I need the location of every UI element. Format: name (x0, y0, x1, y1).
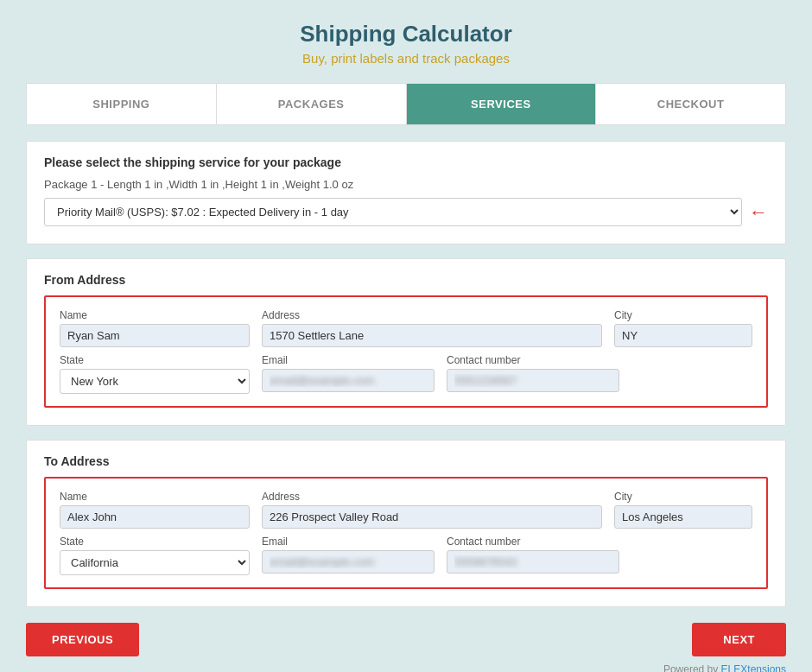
next-button[interactable]: NEXT (692, 623, 786, 656)
to-state-field: State California (60, 536, 250, 575)
to-address-field: Address (262, 491, 602, 529)
to-city-input[interactable] (614, 505, 752, 529)
page-title: Shipping Calculator (26, 21, 786, 48)
from-contact-input[interactable] (447, 369, 619, 392)
from-email-field: Email (262, 354, 435, 394)
from-address-title: From Address (44, 273, 768, 287)
from-address-grid: Name Address City (60, 309, 752, 347)
from-city-input[interactable] (614, 324, 752, 347)
to-second-row: State California Email Contact number (60, 536, 752, 575)
from-email-label: Email (262, 354, 435, 366)
from-email-input[interactable] (262, 369, 435, 392)
from-name-field: Name (60, 309, 250, 347)
powered-by: Powered by ELEXtensions (26, 663, 786, 672)
to-state-select[interactable]: California (60, 550, 250, 575)
package-info: Package 1 - Length 1 in ,Width 1 in ,Hei… (44, 178, 768, 191)
to-name-input[interactable] (60, 505, 250, 529)
service-card: Please select the shipping service for y… (26, 141, 786, 244)
from-address-input[interactable] (262, 324, 602, 347)
from-contact-label: Contact number (447, 354, 619, 366)
from-address-card: From Address Name Address City State (26, 258, 786, 426)
tab-services[interactable]: SERVICES (407, 84, 597, 124)
service-select-row: Priority Mail® (USPS): $7.02 : Expected … (44, 198, 768, 226)
from-address-section: Name Address City State New York (44, 295, 768, 408)
app-wrapper: Shipping Calculator Buy, print labels an… (0, 0, 812, 672)
to-name-field: Name (60, 491, 250, 529)
from-address-label: Address (262, 309, 602, 321)
service-select[interactable]: Priority Mail® (USPS): $7.02 : Expected … (44, 198, 742, 226)
to-city-field: City (614, 491, 752, 529)
from-city-label: City (614, 309, 752, 321)
to-address-title: To Address (44, 454, 768, 468)
tab-packages[interactable]: PACKAGES (217, 84, 407, 124)
tab-shipping[interactable]: SHIPPING (27, 84, 217, 124)
page-subtitle: Buy, print labels and track packages (26, 51, 786, 66)
from-city-field: City (614, 309, 752, 347)
arrow-indicator: ← (749, 201, 768, 224)
previous-button[interactable]: PREVIOUS (26, 623, 139, 656)
tab-checkout[interactable]: CHECKOUT (596, 84, 785, 124)
to-contact-input[interactable] (447, 550, 619, 574)
from-state-field: State New York (60, 354, 250, 394)
to-address-grid: Name Address City (60, 491, 752, 529)
brand-link[interactable]: ELEXtensions (721, 663, 786, 672)
to-email-label: Email (262, 536, 435, 548)
from-address-field: Address (262, 309, 602, 347)
to-email-input[interactable] (262, 550, 435, 574)
tab-bar: SHIPPING PACKAGES SERVICES CHECKOUT (26, 83, 786, 125)
to-name-label: Name (60, 491, 250, 503)
from-state-label: State (60, 354, 250, 366)
page-header: Shipping Calculator Buy, print labels an… (26, 21, 786, 66)
footer-actions: PREVIOUS NEXT (26, 623, 786, 656)
service-card-title: Please select the shipping service for y… (44, 155, 768, 169)
to-address-label: Address (262, 491, 602, 503)
from-state-select[interactable]: New York (60, 369, 250, 394)
from-name-input[interactable] (60, 324, 250, 347)
to-address-input[interactable] (262, 505, 602, 529)
to-state-label: State (60, 536, 250, 548)
to-email-field: Email (262, 536, 435, 575)
to-contact-field: Contact number (447, 536, 619, 575)
from-second-row: State New York Email Contact number (60, 354, 752, 394)
to-city-label: City (614, 491, 752, 503)
to-address-section: Name Address City State California (44, 477, 768, 589)
to-contact-label: Contact number (447, 536, 619, 548)
to-address-card: To Address Name Address City State (26, 440, 786, 607)
from-name-label: Name (60, 309, 250, 321)
from-contact-field: Contact number (447, 354, 619, 394)
